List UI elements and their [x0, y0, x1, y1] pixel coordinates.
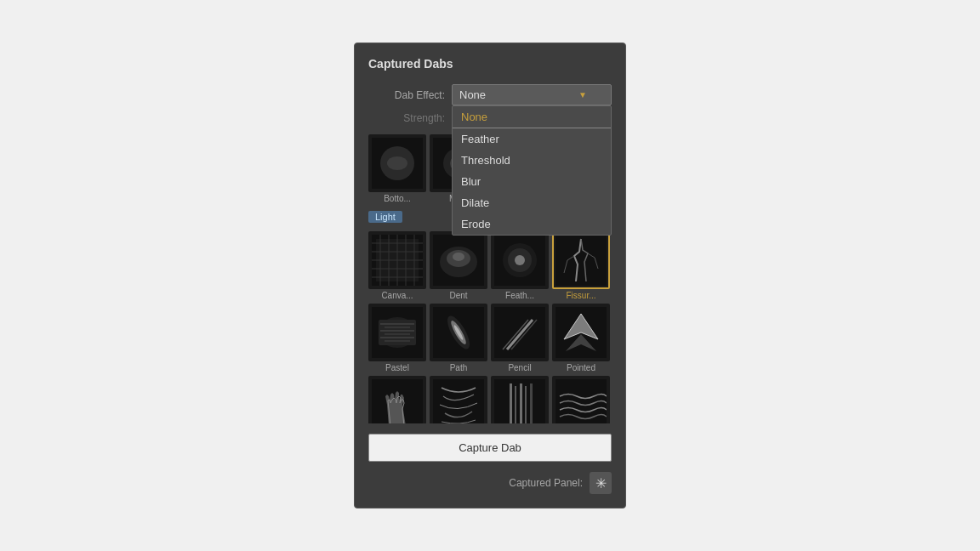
dab-effect-dropdown[interactable]: None ▼ [452, 84, 612, 105]
brush-thumb-svg [433, 379, 484, 423]
svg-rect-52 [515, 386, 516, 423]
dab-effect-dropdown-menu: None Feather Threshold Blur Dilate Erode [452, 105, 612, 236]
brush-item-path[interactable]: Path [430, 304, 487, 372]
brush-thumb-svg [372, 379, 423, 423]
brush-thumb-svg [494, 379, 545, 423]
svg-rect-40 [494, 307, 545, 358]
brush-label: Pencil [491, 363, 549, 372]
panel-title: Captured Dabs [368, 57, 612, 71]
svg-rect-54 [525, 386, 527, 423]
svg-point-25 [515, 255, 525, 265]
brush-item-water[interactable]: Water [552, 376, 610, 423]
brush-label: Fissur... [552, 291, 610, 300]
captured-panel-label: Captured Panel: [509, 477, 583, 489]
brush-label: Dent [430, 291, 487, 300]
brush-item-dent[interactable]: Dent [430, 231, 487, 300]
light-badge: Light [368, 211, 402, 223]
brush-item-fissur[interactable]: Fissur... [552, 231, 610, 300]
brush-row-3: Pastel Path [368, 304, 607, 372]
brush-label: Feath... [491, 291, 549, 300]
brush-thumb-svg [433, 307, 484, 358]
svg-point-21 [453, 253, 464, 261]
brush-item-scar[interactable]: Scar [368, 376, 426, 423]
brush-label: Canva... [368, 291, 426, 300]
svg-rect-51 [510, 383, 512, 423]
brush-thumb-svg [433, 235, 484, 286]
dropdown-item-blur[interactable]: Blur [453, 171, 611, 192]
dropdown-selected-value: None [459, 88, 486, 101]
brush-item-streaks[interactable]: Streaks [491, 376, 549, 423]
brush-label: Path [430, 363, 487, 372]
dropdown-item-threshold[interactable]: Threshold [453, 150, 611, 171]
brush-item-scratch[interactable]: Scratc... [430, 376, 487, 423]
brush-thumb-svg [372, 138, 423, 189]
svg-rect-55 [530, 383, 533, 423]
bottom-row: Captured Panel: ✳ [368, 472, 612, 494]
dropdown-item-erode[interactable]: Erode [453, 213, 611, 235]
dab-effect-label: Dab Effect: [368, 89, 445, 101]
brush-thumb-svg [494, 235, 545, 286]
captured-panel-icon[interactable]: ✳ [590, 472, 612, 494]
brush-label: Botto... [368, 194, 426, 203]
svg-rect-53 [520, 383, 522, 423]
svg-point-2 [387, 156, 407, 170]
brush-thumb-svg [556, 235, 607, 286]
strength-label: Strength: [368, 112, 445, 124]
brush-row-4: Scar Scratc... [368, 376, 607, 423]
capture-dab-button[interactable]: Capture Dab [368, 434, 612, 462]
dropdown-item-none[interactable]: None [453, 106, 611, 128]
dab-effect-dropdown-container: None ▼ None Feather Threshold Blur Dilat… [452, 84, 612, 105]
brush-label: Pastel [368, 363, 426, 372]
dropdown-arrow-icon: ▼ [578, 90, 587, 99]
brush-item-feath[interactable]: Feath... [491, 231, 549, 300]
brush-item-pencil[interactable]: Pencil [491, 304, 549, 372]
brush-thumb-svg [556, 307, 607, 358]
brush-label: Pointed [552, 363, 610, 372]
dab-effect-row: Dab Effect: None ▼ None Feather Threshol… [368, 84, 612, 105]
brush-item-pastel[interactable]: Pastel [368, 304, 426, 372]
brush-thumb-svg [372, 307, 423, 358]
brush-item-canva[interactable]: Canva... [368, 231, 426, 300]
brush-thumb-svg [372, 235, 423, 286]
captured-dabs-panel: Captured Dabs Dab Effect: None ▼ None Fe… [354, 43, 626, 508]
dropdown-item-dilate[interactable]: Dilate [453, 192, 611, 213]
brush-item-pointed[interactable]: Pointed [552, 304, 610, 372]
brush-thumb-svg [556, 379, 607, 423]
brush-thumb-svg [494, 307, 545, 358]
brush-row-2: Canva... Dent [368, 231, 607, 300]
dropdown-item-feather[interactable]: Feather [453, 128, 611, 150]
brush-item-botto[interactable]: Botto... [368, 134, 426, 207]
